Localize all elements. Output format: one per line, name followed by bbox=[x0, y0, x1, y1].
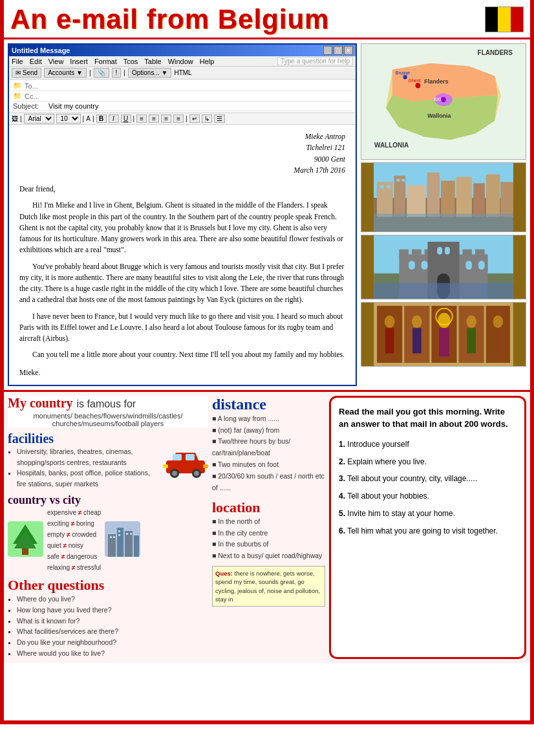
bold-button[interactable]: B bbox=[96, 114, 107, 123]
list-button[interactable]: ☰ bbox=[214, 114, 225, 123]
cc-input[interactable] bbox=[48, 92, 352, 100]
guess-label: Ques: bbox=[215, 570, 233, 577]
email-paragraph-4: Can you tell me a little more about your… bbox=[19, 349, 345, 360]
distance-list: A long way from ...... (not) far (away) … bbox=[212, 413, 325, 494]
svg-point-72 bbox=[194, 471, 199, 476]
align-left-button[interactable]: ≡ bbox=[136, 114, 147, 123]
align-right-button[interactable]: ≡ bbox=[161, 114, 171, 123]
menu-tcos[interactable]: Tcos bbox=[123, 58, 138, 65]
svg-rect-25 bbox=[387, 185, 390, 188]
menu-insert[interactable]: Insert bbox=[70, 58, 88, 65]
svg-rect-43 bbox=[409, 261, 415, 270]
svg-rect-37 bbox=[462, 250, 472, 257]
maximize-button[interactable]: □ bbox=[334, 46, 343, 55]
country-vs-city-title: country vs city bbox=[8, 493, 81, 506]
castle-svg bbox=[361, 235, 526, 299]
svg-rect-19 bbox=[441, 180, 455, 217]
svg-rect-45 bbox=[465, 261, 472, 270]
photo-ghent-city bbox=[361, 162, 526, 232]
svg-rect-85 bbox=[113, 536, 115, 538]
menu-view[interactable]: View bbox=[48, 58, 64, 65]
svg-rect-17 bbox=[407, 185, 425, 217]
email-address-block: Mieke Antrop Tichelrei 121 9000 Gent Mar… bbox=[19, 131, 345, 176]
close-button[interactable]: × bbox=[344, 46, 353, 55]
distance-item-1: A long way from ...... bbox=[212, 413, 325, 425]
svg-rect-26 bbox=[396, 179, 400, 182]
toolbar-separator-2: | bbox=[123, 69, 125, 76]
minimize-button[interactable]: _ bbox=[323, 46, 332, 55]
svg-rect-16 bbox=[394, 176, 405, 217]
subject-input[interactable] bbox=[48, 102, 352, 110]
indent-button[interactable]: ↵ bbox=[189, 114, 200, 123]
other-questions-title: Other questions bbox=[8, 577, 104, 593]
priority-button[interactable]: ! bbox=[112, 68, 122, 78]
task-list: 1. Introduce yourself 2. Explain where y… bbox=[339, 437, 517, 539]
city-svg-icon bbox=[105, 521, 140, 557]
task-item-5: 5. Invite him to stay at your home. bbox=[339, 506, 517, 521]
outdent-button[interactable]: ↳ bbox=[202, 114, 212, 123]
menu-edit[interactable]: Edit bbox=[30, 58, 42, 65]
sender-name: Mieke Antrop bbox=[19, 131, 345, 142]
svg-rect-74 bbox=[203, 464, 208, 468]
distance-item-4: Two minutes on foot bbox=[212, 459, 325, 471]
svg-rect-47 bbox=[374, 283, 513, 299]
menu-file[interactable]: File bbox=[12, 58, 23, 65]
task-item-6: 6. Tell him what you are going to visit … bbox=[339, 524, 517, 539]
to-input[interactable] bbox=[48, 82, 352, 90]
font-select[interactable]: Arial bbox=[24, 114, 54, 124]
email-paragraph-3: I have never been to France, but I would… bbox=[19, 311, 345, 345]
other-q-1: Where do you live? bbox=[17, 594, 208, 605]
svg-rect-24 bbox=[380, 185, 384, 188]
align-center-button[interactable]: ≡ bbox=[149, 114, 159, 123]
country-nature-icon bbox=[8, 521, 43, 559]
attach-button[interactable]: 📎 bbox=[94, 68, 109, 78]
svg-rect-63 bbox=[493, 328, 502, 353]
svg-rect-67 bbox=[173, 454, 182, 460]
photo-castle bbox=[361, 235, 526, 299]
email-window: Untitled Message _ □ × File Edit View In… bbox=[8, 43, 357, 386]
pair-2: exciting ≠ boring bbox=[47, 518, 101, 529]
menu-window[interactable]: Window bbox=[168, 58, 193, 65]
svg-point-10 bbox=[403, 75, 407, 79]
svg-rect-18 bbox=[427, 173, 440, 217]
svg-rect-57 bbox=[412, 328, 422, 353]
country-city-pairs: expensive ≠ cheap exciting ≠ boring empt… bbox=[47, 507, 101, 573]
menu-help[interactable]: Help bbox=[200, 58, 215, 65]
justify-button[interactable]: ≡ bbox=[173, 114, 184, 123]
famous-is: is famous for bbox=[77, 398, 136, 410]
svg-rect-87 bbox=[118, 534, 120, 536]
email-greeting: Dear friend, bbox=[19, 184, 345, 195]
menu-table[interactable]: Table bbox=[144, 58, 161, 65]
location-item-2: In the city centre bbox=[212, 528, 325, 539]
map-label-flanders: FLANDERS bbox=[478, 49, 513, 56]
menu-format[interactable]: Format bbox=[94, 58, 117, 65]
email-window-title: Untitled Message bbox=[12, 47, 70, 54]
facility-item-2: Hospitals, banks, post office, police st… bbox=[17, 468, 158, 490]
svg-rect-61 bbox=[467, 328, 476, 353]
options-button[interactable]: Options... ▼ bbox=[128, 68, 171, 78]
help-search[interactable]: Type a question for help bbox=[277, 57, 353, 65]
other-questions-section: Other questions Where do you live? How l… bbox=[8, 577, 208, 659]
task-item-2: 2. Explain where you live. bbox=[339, 455, 517, 470]
task-title: Read the mail you got this morning. Writ… bbox=[339, 405, 517, 431]
italic-button[interactable]: I bbox=[109, 114, 119, 123]
font-color-icon: A bbox=[86, 115, 91, 122]
other-q-4: What facilities/services are there? bbox=[17, 626, 208, 637]
email-paragraph-2: You've probably heard about Brugge which… bbox=[19, 261, 345, 306]
toolbar-html-label: HTML bbox=[174, 69, 191, 76]
guess-box: Ques: there is nowhere, gets worse, spen… bbox=[212, 566, 325, 607]
location-item-1: In the north of bbox=[212, 516, 325, 528]
underline-button[interactable]: U bbox=[121, 114, 131, 123]
size-select[interactable]: 10 bbox=[56, 114, 81, 124]
format-sep4: | bbox=[133, 115, 135, 122]
cc-label: 📁 Cc... bbox=[13, 92, 48, 100]
svg-text:Flanders: Flanders bbox=[424, 78, 448, 85]
accounts-button[interactable]: Accounts ▼ bbox=[44, 68, 87, 78]
distance-title: distance bbox=[212, 396, 266, 413]
send-button[interactable]: ✉ Send bbox=[12, 68, 41, 78]
pair-4: quiet ≠ noisy bbox=[47, 540, 101, 551]
car-icon bbox=[163, 449, 208, 478]
svg-rect-44 bbox=[422, 261, 428, 270]
pair-1: expensive ≠ cheap bbox=[47, 507, 101, 518]
svg-rect-28 bbox=[374, 214, 513, 232]
